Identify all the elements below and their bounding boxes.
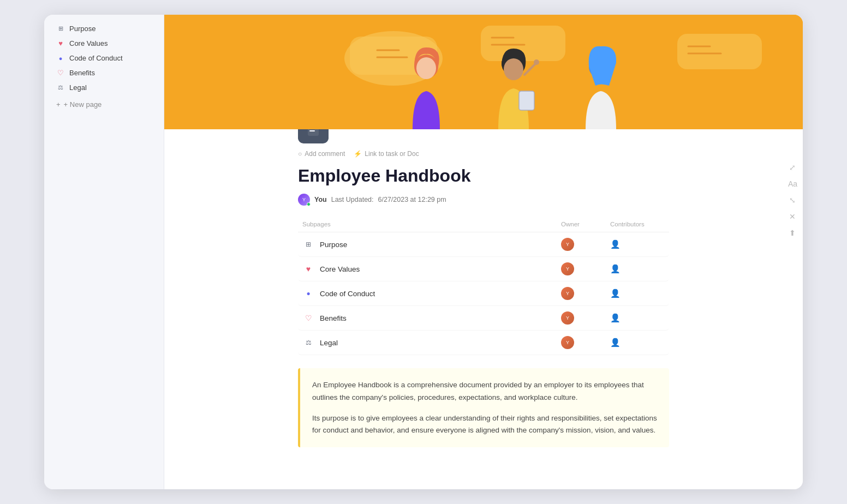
doc-actions: ○ Add comment ⚡ Link to task or Doc (298, 150, 669, 158)
sidebar-item-core-values[interactable]: ♥ Core Values (47, 36, 160, 51)
svg-rect-8 (677, 34, 762, 69)
owner-avatar: Y (561, 311, 574, 325)
purpose-owner: Y (561, 238, 610, 251)
code-of-conduct-row-icon: ● (302, 290, 314, 297)
subpages-header-contributors: Contributors (610, 221, 665, 227)
subpage-row-core-values[interactable]: ♥ Core Values Y 👤 (298, 257, 669, 281)
legal-owner: Y (561, 336, 610, 349)
svg-point-14 (504, 58, 523, 80)
share-icon[interactable]: ⬆ (789, 229, 796, 237)
scales-icon: ⚖ (56, 84, 65, 91)
benefits-owner: Y (561, 311, 610, 325)
subpages-header-owner: Owner (561, 221, 610, 227)
benefits-row-label: Benefits (320, 314, 347, 322)
add-comment-button[interactable]: ○ Add comment (298, 150, 345, 158)
subpage-row-legal[interactable]: ⚖ Legal Y 👤 (298, 331, 669, 355)
sidebar-item-purpose[interactable]: ⊞ Purpose (47, 21, 160, 36)
sidebar-item-label: Benefits (69, 69, 95, 77)
quote-paragraph-1: An Employee Handbook is a comprehensive … (312, 379, 657, 404)
quote-paragraph-2: Its purpose is to give employees a clear… (312, 412, 657, 437)
shrink-icon[interactable]: ⤡ (789, 196, 796, 205)
link-task-label: Link to task or Doc (365, 150, 419, 158)
add-comment-label: Add comment (305, 150, 345, 158)
contributor-placeholder-icon: 👤 (610, 313, 621, 322)
code-of-conduct-owner: Y (561, 287, 610, 300)
quote-block: An Employee Handbook is a comprehensive … (298, 368, 669, 447)
core-values-row-label: Core Values (320, 265, 360, 273)
new-page-icon: + (56, 100, 61, 109)
subpages-header-name: Subpages (302, 221, 561, 227)
sidebar-item-label: Core Values (69, 39, 108, 47)
doc-meta: Y You Last Updated: 6/27/2023 at 12:29 p… (298, 194, 669, 206)
subpage-row-benefits[interactable]: ♡ Benefits Y 👤 (298, 306, 669, 331)
doc-content: ○ Add comment ⚡ Link to task or Doc Empl… (298, 113, 669, 480)
code-of-conduct-row-label: Code of Conduct (320, 290, 375, 298)
owner-avatar: Y (561, 336, 574, 349)
owner-avatar: Y (561, 287, 574, 300)
purpose-contributors: 👤 (610, 239, 665, 249)
heart-icon: ♥ (56, 39, 65, 47)
subpages-table: Subpages Owner Contributors ⊞ Purpose Y (298, 221, 669, 355)
sidebar-item-benefits[interactable]: ♡ Benefits (47, 65, 160, 80)
sidebar-item-label: Code of Conduct (69, 54, 123, 62)
link-task-button[interactable]: ⚡ Link to task or Doc (354, 150, 419, 158)
sidebar-item-label: Purpose (69, 25, 96, 33)
legal-row-icon: ⚖ (302, 339, 314, 346)
sidebar-item-code-of-conduct[interactable]: ● Code of Conduct (47, 51, 160, 65)
heart-outline-icon: ♡ (56, 69, 65, 77)
subpages-table-header: Subpages Owner Contributors (298, 221, 669, 232)
sidebar-item-label: Legal (69, 83, 87, 92)
hero-banner (164, 15, 803, 129)
shield-icon: ● (56, 55, 65, 62)
app-container: ⊞ Purpose ♥ Core Values ● Code of Conduc… (44, 15, 803, 489)
contributor-placeholder-icon: 👤 (610, 338, 621, 347)
font-icon[interactable]: Aa (788, 179, 797, 188)
purpose-row-label: Purpose (320, 241, 347, 249)
core-values-owner: Y (561, 262, 610, 275)
owner-avatar: Y (561, 238, 574, 251)
right-toolbar: ⤢ Aa ⤡ ✕ ⬆ (783, 157, 803, 244)
purpose-icon: ⊞ (56, 25, 65, 32)
core-values-row-icon: ♥ (302, 265, 314, 273)
new-page-label: + New page (64, 100, 102, 109)
benefits-row-icon: ♡ (302, 314, 314, 322)
contributor-placeholder-icon: 👤 (610, 289, 621, 298)
svg-point-12 (416, 57, 436, 79)
expand-icon[interactable]: ⤢ (789, 163, 796, 172)
purpose-row-icon: ⊞ (302, 241, 314, 248)
contributor-placeholder-icon: 👤 (610, 239, 621, 249)
link-icon: ⚡ (354, 150, 362, 158)
last-updated-label: Last Updated: (331, 196, 374, 203)
author-name: You (314, 196, 327, 203)
document-title: Employee Handbook (298, 165, 669, 186)
comment-icon: ○ (298, 150, 302, 158)
sidebar: ⊞ Purpose ♥ Core Values ● Code of Conduc… (44, 15, 164, 489)
core-values-contributors: 👤 (610, 264, 665, 274)
contributor-placeholder-icon: 👤 (610, 264, 621, 273)
owner-avatar: Y (561, 262, 574, 275)
legal-contributors: 👤 (610, 338, 665, 347)
svg-rect-15 (519, 91, 534, 110)
x-icon[interactable]: ✕ (789, 212, 796, 221)
main-content: ⤢ Aa ⤡ ✕ ⬆ ○ (164, 15, 803, 489)
timestamp: 6/27/2023 at 12:29 pm (378, 196, 446, 203)
author-avatar: Y (298, 194, 310, 206)
sidebar-item-legal[interactable]: ⚖ Legal (47, 80, 160, 95)
svg-point-17 (534, 59, 539, 65)
benefits-contributors: 👤 (610, 313, 665, 323)
new-page-button[interactable]: + + New page (47, 97, 160, 112)
subpage-row-purpose[interactable]: ⊞ Purpose Y 👤 (298, 232, 669, 257)
subpage-row-code-of-conduct[interactable]: ● Code of Conduct Y 👤 (298, 281, 669, 306)
legal-row-label: Legal (320, 339, 338, 347)
code-of-conduct-contributors: 👤 (610, 289, 665, 298)
online-indicator (307, 202, 311, 206)
